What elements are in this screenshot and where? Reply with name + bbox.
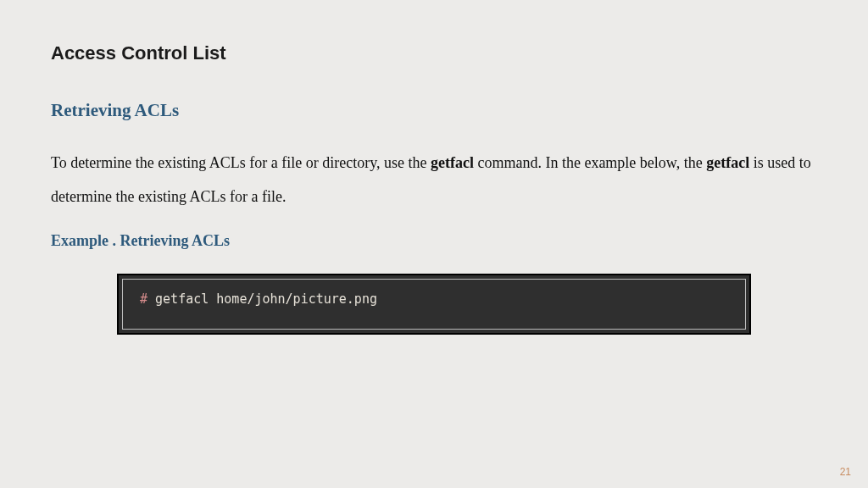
page-number: 21 bbox=[840, 466, 851, 478]
body-paragraph: To determine the existing ACLs for a fil… bbox=[51, 147, 817, 214]
command-name: getfacl bbox=[706, 154, 749, 171]
shell-prompt: # bbox=[140, 291, 155, 307]
code-line: # getfacl home/john/picture.png bbox=[140, 291, 728, 307]
slide: Access Control List Retrieving ACLs To d… bbox=[0, 0, 868, 488]
example-label: Example . Retrieving ACLs bbox=[51, 232, 817, 250]
body-segment: command. In the example below, the bbox=[474, 154, 706, 171]
code-block: # getfacl home/john/picture.png bbox=[117, 274, 751, 335]
section-heading: Retrieving ACLs bbox=[51, 100, 817, 121]
slide-title: Access Control List bbox=[51, 42, 817, 64]
body-segment: To determine the existing ACLs for a fil… bbox=[51, 154, 431, 171]
code-inner: # getfacl home/john/picture.png bbox=[122, 279, 746, 330]
shell-command: getfacl home/john/picture.png bbox=[155, 291, 377, 307]
command-name: getfacl bbox=[431, 154, 474, 171]
